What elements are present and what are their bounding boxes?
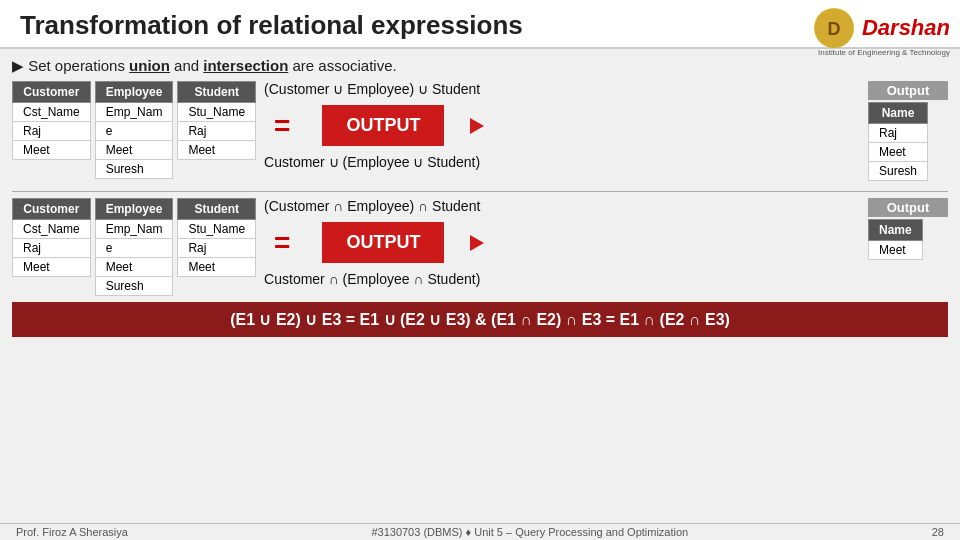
table-row: Raj [13,239,91,258]
union-expr1: (Customer ∪ Employee) ∪ Student [264,81,488,97]
union-expr-output: (Customer ∪ Employee) ∪ Student = OUTPUT… [264,81,850,170]
footer-right: 28 [932,526,944,538]
union-tables-group: Customer Cst_Name Raj Meet Employee Emp_… [12,81,256,179]
table-row: Meet [869,241,923,260]
subtitle: ▶ Set operations union and intersection … [12,57,948,75]
table-row: Meet [95,258,173,277]
union-customer-col: Cst_Name [13,103,91,122]
intersect-expr1: (Customer ∩ Employee) ∩ Student [264,198,488,214]
footer-center: #3130703 (DBMS) ♦ Unit 5 – Query Process… [371,526,688,538]
table-row: Meet [13,258,91,277]
footer-left: Prof. Firoz A Sherasiya [16,526,128,538]
formula-bar: (E1 ∪ E2) ∪ E3 = E1 ∪ (E2 ∪ E3) & (E1 ∩ … [12,302,948,337]
intersect-output-table: Name Meet [868,219,923,260]
table-row: e [95,122,173,141]
table-row: Meet [178,141,256,160]
table-row: Meet [13,141,91,160]
intersect-output-name-col: Name [869,220,923,241]
union-student-table: Student Stu_Name Raj Meet [177,81,256,160]
union-expr-stacked: (Customer ∪ Employee) ∪ Student = OUTPUT… [264,81,488,170]
table-row: Suresh [869,162,928,181]
intersect-expr-stacked: (Customer ∩ Employee) ∩ Student = OUTPUT… [264,198,488,287]
union-employee-header: Employee [95,82,173,103]
union-equals: = [264,110,300,142]
intersect-tables-group: Customer Cst_Name Raj Meet Employee Emp_… [12,198,256,296]
svg-text:D: D [827,19,840,39]
intersect-customer-col: Cst_Name [13,220,91,239]
union-arrow-icon [470,118,484,134]
union-output-name-col: Name [869,103,928,124]
table-row: Raj [869,124,928,143]
intersect-expr-output: (Customer ∩ Employee) ∩ Student = OUTPUT… [264,198,850,287]
intersect-customer-table: Customer Cst_Name Raj Meet [12,198,91,277]
intersect-arrow-icon [470,235,484,251]
table-row: Meet [95,141,173,160]
page: Transformation of relational expressions… [0,0,960,540]
union-employee-col: Emp_Nam [95,103,173,122]
section-divider [12,191,948,192]
union-student-col: Stu_Name [178,103,256,122]
header: Transformation of relational expressions… [0,0,960,49]
union-output-table: Name Raj Meet Suresh [868,102,928,181]
intersect-output-section: Output Name Meet [868,198,948,260]
union-student-header: Student [178,82,256,103]
table-row: Raj [178,239,256,258]
union-customer-header: Customer [13,82,91,103]
intersect-employee-header: Employee [95,199,173,220]
footer: Prof. Firoz A Sherasiya #3130703 (DBMS) … [0,523,960,540]
union-section: Customer Cst_Name Raj Meet Employee Emp_… [12,81,948,181]
union-output-section: Output Name Raj Meet Suresh [868,81,948,181]
intersect-employee-table: Employee Emp_Nam e Meet Suresh [95,198,174,296]
intersect-student-table: Student Stu_Name Raj Meet [177,198,256,277]
table-row: Raj [13,122,91,141]
intersect-expr2: Customer ∩ (Employee ∩ Student) [264,271,488,287]
union-employee-table: Employee Emp_Nam e Meet Suresh [95,81,174,179]
intersect-output-label: Output [868,198,948,217]
union-customer-table: Customer Cst_Name Raj Meet [12,81,91,160]
table-row: Raj [178,122,256,141]
intersect-employee-col: Emp_Nam [95,220,173,239]
union-output-box: OUTPUT [322,105,444,146]
intersect-student-header: Student [178,199,256,220]
intersect-section: Customer Cst_Name Raj Meet Employee Emp_… [12,198,948,296]
logo-sub: Institute of Engineering & Technology [818,48,950,57]
logo-row: D Darshan [814,8,950,48]
union-expr2: Customer ∪ (Employee ∪ Student) [264,154,488,170]
intersect-student-col: Stu_Name [178,220,256,239]
table-row: Meet [178,258,256,277]
table-row: e [95,239,173,258]
union-output-label: Output [868,81,948,100]
table-row: Meet [869,143,928,162]
intersect-customer-header: Customer [13,199,91,220]
table-row: Suresh [95,160,173,179]
logo-circle: D [814,8,854,48]
logo-name: Darshan [862,15,950,41]
page-title: Transformation of relational expressions [20,10,740,41]
intersect-output-box: OUTPUT [322,222,444,263]
main-content: ▶ Set operations union and intersection … [0,49,960,341]
table-row: Suresh [95,277,173,296]
logo-area: D Darshan Institute of Engineering & Tec… [814,8,950,57]
intersect-equals: = [264,227,300,259]
